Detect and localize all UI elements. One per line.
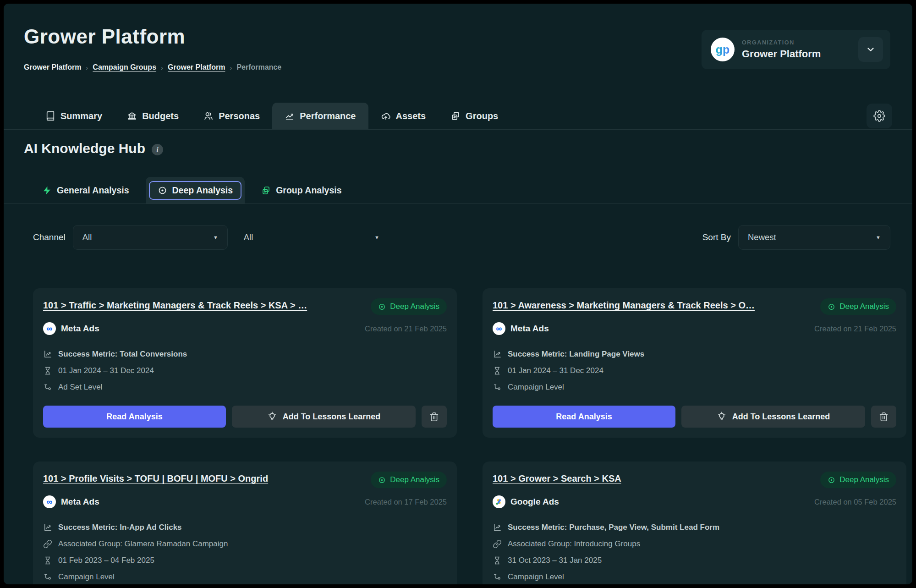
section-title: AI Knowledge Hub bbox=[24, 141, 145, 156]
tab-label: Groups bbox=[466, 111, 498, 121]
meta-ads-logo-icon: ∞ bbox=[47, 498, 53, 506]
lightbulb-icon bbox=[267, 412, 277, 422]
cloud-upload-icon bbox=[381, 111, 391, 121]
level-icon bbox=[43, 383, 52, 392]
metric-row-level: Campaign Level bbox=[493, 572, 896, 582]
channel-name: Meta Ads bbox=[61, 497, 99, 507]
analysis-card: 101 > Traffic > Marketing Managers & Tra… bbox=[33, 288, 457, 438]
breadcrumb-separator: › bbox=[161, 64, 163, 71]
metric-row-hourglass: 31 Oct 2023 – 31 Jan 2025 bbox=[493, 556, 896, 565]
metrics-list: Success Metric: Purchase, Page View, Sub… bbox=[493, 523, 896, 582]
level-icon bbox=[43, 572, 52, 582]
target-icon bbox=[378, 303, 386, 311]
channel-filter-select[interactable]: All ▼ bbox=[73, 225, 228, 250]
settings-button[interactable] bbox=[867, 104, 892, 128]
main-tab-bar: Summary Budgets Personas Performance Ass… bbox=[4, 103, 912, 130]
grower-platform-app: Grower Platform Grower Platform › Campai… bbox=[4, 4, 912, 584]
metric-row-hourglass: 01 Jan 2024 – 31 Dec 2024 bbox=[493, 366, 896, 375]
metric-text: Success Metric: Purchase, Page View, Sub… bbox=[508, 523, 719, 532]
tab-groups[interactable]: Groups bbox=[438, 103, 510, 129]
google-ads-logo-icon bbox=[495, 498, 503, 506]
metric-text: Campaign Level bbox=[508, 383, 564, 392]
target-icon bbox=[828, 303, 835, 311]
sort-by-label: Sort By bbox=[702, 232, 731, 242]
tab-assets[interactable]: Assets bbox=[368, 103, 439, 129]
metric-text: 01 Feb 2023 – 04 Feb 2025 bbox=[58, 556, 154, 565]
channel-row: ∞ Meta Ads Created on 21 Feb 2025 bbox=[43, 322, 447, 335]
link-icon bbox=[43, 539, 52, 549]
hourglass-icon bbox=[493, 366, 502, 375]
breadcrumb-item-current: Performance bbox=[236, 63, 281, 71]
tab-label: Budgets bbox=[142, 111, 179, 121]
card-header: 101 > Traffic > Marketing Managers & Tra… bbox=[43, 298, 447, 315]
organization-name: Grower Platform bbox=[742, 48, 821, 60]
metrics-list: Success Metric: In-App Ad Clicks Associa… bbox=[43, 523, 447, 582]
organization-logo: gp bbox=[711, 38, 735, 61]
breadcrumb-item-campaign-groups[interactable]: Campaign Groups bbox=[93, 63, 156, 71]
deep-analysis-badge: Deep Analysis bbox=[820, 298, 896, 315]
badge-label: Deep Analysis bbox=[839, 475, 889, 484]
badge-label: Deep Analysis bbox=[390, 302, 439, 311]
metric-text: Associated Group: Introducing Groups bbox=[508, 539, 640, 549]
breadcrumb-item-root: Grower Platform bbox=[24, 63, 81, 71]
metric-row-metric: Success Metric: Landing Page Views bbox=[493, 350, 896, 359]
card-title-link[interactable]: 101 > Profile Visits > TOFU | BOFU | MOF… bbox=[43, 472, 363, 484]
tab-summary[interactable]: Summary bbox=[33, 103, 115, 129]
subtab-general-analysis[interactable]: General Analysis bbox=[33, 177, 138, 203]
lightning-icon bbox=[42, 186, 52, 195]
card-header: 101 > Awareness > Marketing Managers & T… bbox=[493, 298, 896, 315]
section-header: AI Knowledge Hub i bbox=[4, 130, 912, 156]
organization-switcher-button[interactable] bbox=[858, 37, 883, 62]
metric-row-link: Associated Group: Introducing Groups bbox=[493, 539, 896, 549]
channel-filter-label: Channel bbox=[33, 232, 66, 242]
tab-performance[interactable]: Performance bbox=[272, 103, 368, 129]
breadcrumb-item-grower-platform[interactable]: Grower Platform bbox=[168, 63, 225, 71]
group-check-icon bbox=[261, 186, 271, 195]
metric-row-metric: Success Metric: Total Conversions bbox=[43, 350, 447, 359]
add-to-lessons-button[interactable]: Add To Lessons Learned bbox=[232, 406, 416, 428]
sort-by-select[interactable]: Newest ▼ bbox=[738, 225, 890, 250]
add-to-lessons-button[interactable]: Add To Lessons Learned bbox=[681, 406, 865, 428]
created-on-label: Created on 21 Feb 2025 bbox=[814, 324, 896, 333]
organization-card[interactable]: gp ORGANIZATION Grower Platform bbox=[702, 30, 890, 69]
tab-personas[interactable]: Personas bbox=[191, 103, 272, 129]
meta-ads-logo-icon: ∞ bbox=[496, 324, 502, 333]
card-title-link[interactable]: 101 > Grower > Search > KSA bbox=[493, 472, 813, 484]
tab-budgets[interactable]: Budgets bbox=[115, 103, 191, 129]
channel-row: Google Ads Created on 05 Feb 2025 bbox=[493, 495, 896, 508]
metric-row-metric: Success Metric: Purchase, Page View, Sub… bbox=[493, 523, 896, 532]
metric-row-level: Campaign Level bbox=[493, 383, 896, 392]
channel-filter-value: All bbox=[82, 232, 92, 242]
dropdown-arrow-icon: ▼ bbox=[876, 235, 881, 240]
breadcrumb-separator: › bbox=[86, 64, 88, 71]
subtab-deep-analysis[interactable]: Deep Analysis bbox=[146, 177, 245, 203]
metric-text: Success Metric: Total Conversions bbox=[58, 350, 187, 359]
metric-text: Success Metric: In-App Ad Clicks bbox=[58, 523, 182, 532]
link-icon bbox=[493, 539, 502, 549]
metric-text: 31 Oct 2023 – 31 Jan 2025 bbox=[508, 556, 602, 565]
card-title-link[interactable]: 101 > Traffic > Marketing Managers & Tra… bbox=[43, 298, 363, 311]
channel-name: Google Ads bbox=[510, 497, 559, 507]
metric-row-link: Associated Group: Glamera Ramadan Campai… bbox=[43, 539, 447, 549]
read-analysis-button[interactable]: Read Analysis bbox=[493, 406, 675, 428]
analysis-subtabs: General Analysis Deep Analysis Group Ana… bbox=[4, 177, 912, 204]
analysis-card: 101 > Grower > Search > KSA Deep Analysi… bbox=[483, 462, 906, 584]
people-icon bbox=[203, 111, 214, 121]
trash-icon bbox=[429, 412, 439, 422]
type-filter-select[interactable]: All ▼ bbox=[234, 225, 389, 250]
level-icon bbox=[493, 383, 502, 392]
metric-text: Success Metric: Landing Page Views bbox=[508, 350, 644, 359]
info-icon[interactable]: i bbox=[152, 144, 163, 155]
filters-bar: Channel All ▼ All ▼ Sort By Newest ▼ bbox=[4, 225, 912, 250]
metric-row-metric: Success Metric: In-App Ad Clicks bbox=[43, 523, 447, 532]
card-title-link[interactable]: 101 > Awareness > Marketing Managers & T… bbox=[493, 298, 813, 311]
gear-icon bbox=[873, 110, 885, 122]
success-metric-icon bbox=[43, 350, 52, 359]
delete-button[interactable] bbox=[422, 406, 447, 428]
dropdown-arrow-icon: ▼ bbox=[213, 235, 218, 240]
channel-name: Meta Ads bbox=[510, 324, 549, 334]
subtab-group-analysis[interactable]: Group Analysis bbox=[252, 177, 351, 203]
delete-button[interactable] bbox=[871, 406, 896, 428]
deep-analysis-badge: Deep Analysis bbox=[820, 472, 896, 488]
read-analysis-button[interactable]: Read Analysis bbox=[43, 406, 226, 428]
